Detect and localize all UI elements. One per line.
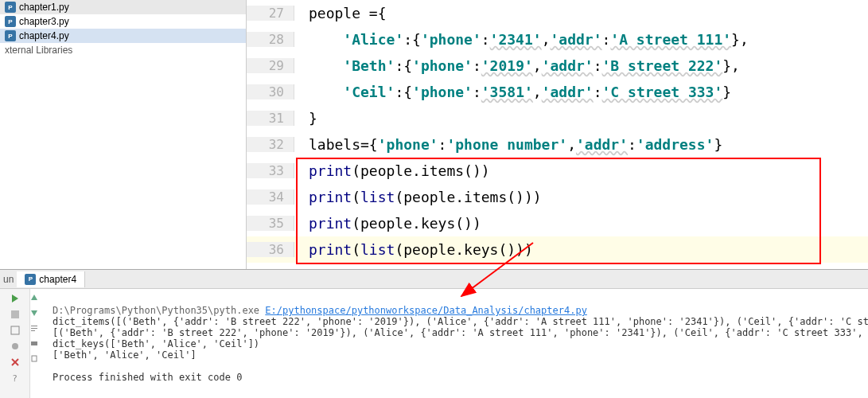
console-toolbar-inner xyxy=(30,289,45,398)
line-number: 34 xyxy=(247,189,294,205)
line-code[interactable]: print(list(people.keys())) xyxy=(294,241,533,258)
code-line[interactable]: 28 'Alice':{'phone':'2341','addr':'A str… xyxy=(247,26,868,53)
line-number: 27 xyxy=(247,6,294,21)
code-line[interactable]: 29 'Beth':{'phone':'2019','addr':'B stre… xyxy=(247,53,868,79)
file-item[interactable]: Pchapter1.py xyxy=(0,0,246,14)
stop-button[interactable] xyxy=(10,309,21,320)
main-container: Pchapter1.pyPchapter3.pyPchapter4.py xte… xyxy=(0,0,868,269)
pin-button[interactable] xyxy=(10,341,21,352)
file-name: chapter1.py xyxy=(19,2,69,13)
line-number: 36 xyxy=(247,242,294,257)
line-number: 28 xyxy=(247,32,294,47)
svg-rect-10 xyxy=(31,326,37,326)
console-line-1: dict_items([('Beth', {'addr': 'B street … xyxy=(53,316,868,327)
process-finished: Process finished with exit code 0 xyxy=(53,372,860,383)
code-editor[interactable]: 27people ={28 'Alice':{'phone':'2341','a… xyxy=(247,0,868,269)
console-line-3: dict_keys(['Beth', 'Alice', 'Ceil']) xyxy=(53,338,259,349)
line-code[interactable]: print(people.items()) xyxy=(294,162,490,179)
code-line[interactable]: 27people ={ xyxy=(247,0,868,26)
project-sidebar: Pchapter1.pyPchapter3.pyPchapter4.py xte… xyxy=(0,0,247,269)
code-line[interactable]: 31} xyxy=(247,105,868,131)
run-label: un xyxy=(0,274,17,285)
svg-marker-8 xyxy=(31,295,37,300)
clear-button[interactable] xyxy=(30,353,45,365)
svg-marker-9 xyxy=(31,310,37,316)
file-item[interactable]: Pchapter4.py xyxy=(0,29,246,43)
console-line-2: [('Beth', {'addr': 'B street 222', 'phon… xyxy=(53,327,868,338)
file-name: chapter4.py xyxy=(19,30,69,41)
restart-button[interactable] xyxy=(10,325,21,336)
line-code[interactable]: print(list(people.items())) xyxy=(294,189,542,205)
soft-wrap-button[interactable] xyxy=(30,322,45,334)
line-code[interactable]: 'Beth':{'phone':'2019','addr':'B street … xyxy=(294,57,740,74)
console-line-4: ['Beth', 'Alice', 'Ceil'] xyxy=(53,349,197,361)
line-code[interactable]: print(people.keys()) xyxy=(294,215,481,232)
svg-rect-3 xyxy=(11,310,19,318)
line-code[interactable]: 'Alice':{'phone':'2341','addr':'A street… xyxy=(294,31,749,48)
console-output[interactable]: D:\Programs\Python\Python35\pyth.exe E:/… xyxy=(45,289,868,398)
run-tab[interactable]: P chapter4 xyxy=(17,271,85,287)
rerun-button[interactable] xyxy=(10,293,21,304)
svg-rect-13 xyxy=(31,341,37,345)
code-line[interactable]: 33print(people.items()) xyxy=(247,158,868,184)
line-number: 33 xyxy=(247,163,294,178)
code-line[interactable]: 30 'Ceil':{'phone':'3581','addr':'C stre… xyxy=(247,79,868,105)
script-link[interactable]: E:/pythonspace/pythonworkspace/Data_Anal… xyxy=(265,305,587,316)
code-line[interactable]: 36print(list(people.keys())) xyxy=(247,236,868,263)
exec-path: D:\Programs\Python\Python35\pyth xyxy=(53,305,236,316)
scroll-up-button[interactable] xyxy=(30,292,45,304)
console-area: un P chapter4 ? D:\Programs\Python\Pytho… xyxy=(0,269,868,398)
svg-rect-14 xyxy=(32,356,37,361)
run-tab-bar: un P chapter4 xyxy=(0,270,868,289)
console-body: ? D:\Programs\Python\Python35\pyth.exe E… xyxy=(0,289,868,398)
code-line[interactable]: 32labels={'phone':'phone number','addr':… xyxy=(247,131,868,158)
line-number: 35 xyxy=(247,216,294,231)
print-button[interactable] xyxy=(30,338,45,349)
code-line[interactable]: 35print(people.keys()) xyxy=(247,210,868,236)
line-number: 32 xyxy=(247,137,294,152)
exec-rest: .exe xyxy=(236,305,265,316)
svg-rect-4 xyxy=(11,326,19,334)
python-file-icon: P xyxy=(5,30,16,41)
line-code[interactable]: } xyxy=(294,110,317,127)
file-item[interactable]: Pchapter3.py xyxy=(0,14,246,29)
svg-rect-11 xyxy=(31,328,37,329)
close-button[interactable] xyxy=(10,357,21,368)
file-name: chapter3.py xyxy=(19,16,69,27)
svg-rect-12 xyxy=(31,330,35,331)
line-code[interactable]: 'Ceil':{'phone':'3581','addr':'C street … xyxy=(294,84,731,100)
code-line[interactable]: 34print(list(people.items())) xyxy=(247,184,868,210)
python-icon: P xyxy=(25,274,36,285)
svg-marker-2 xyxy=(12,295,18,302)
python-file-icon: P xyxy=(5,16,16,27)
line-code[interactable]: labels={'phone':'phone number','addr':'a… xyxy=(294,136,722,153)
scroll-down-button[interactable] xyxy=(30,307,45,319)
run-tab-label: chapter4 xyxy=(39,274,76,285)
external-libraries[interactable]: xternal Libraries xyxy=(0,43,246,57)
line-number: 30 xyxy=(247,84,294,100)
line-number: 31 xyxy=(247,111,294,126)
svg-point-5 xyxy=(12,343,18,349)
file-list: Pchapter1.pyPchapter3.pyPchapter4.py xyxy=(0,0,246,43)
line-code[interactable]: people ={ xyxy=(294,5,387,21)
help-button[interactable]: ? xyxy=(10,373,21,384)
console-toolbar-left: ? xyxy=(0,289,30,398)
line-number: 29 xyxy=(247,58,294,73)
python-file-icon: P xyxy=(5,2,16,13)
